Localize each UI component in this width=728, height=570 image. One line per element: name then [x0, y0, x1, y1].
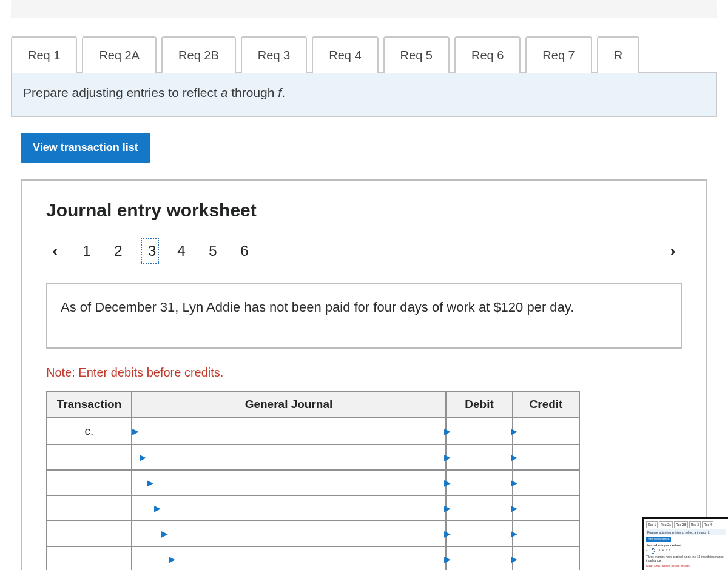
tab-req-1[interactable]: Req 1: [11, 36, 77, 73]
tab-req-6[interactable]: Req 6: [454, 36, 521, 73]
transaction-cell: [47, 470, 132, 495]
general-journal-cell[interactable]: ▶: [132, 418, 446, 444]
worksheet-title: Journal entry worksheet: [46, 200, 682, 221]
table-row: ▶▶▶: [47, 495, 579, 521]
view-transaction-list-button[interactable]: View transaction list: [21, 133, 150, 163]
general-journal-cell[interactable]: ▶: [132, 495, 446, 521]
debit-cell[interactable]: ▶: [446, 521, 513, 546]
thumb-page: 4: [662, 548, 664, 554]
table-row: ▶▶▶: [47, 470, 579, 495]
pager-page-3[interactable]: 3: [141, 238, 159, 264]
debit-cell[interactable]: ▶: [446, 546, 513, 570]
dropdown-arrow-icon[interactable]: ▶: [444, 445, 451, 469]
note-text: Note: Enter debits before credits.: [46, 366, 682, 380]
thumb-title: Journal entry worksheet: [646, 543, 726, 548]
journal-table: Transaction General Journal Debit Credit…: [46, 391, 580, 570]
thumb-page: 5: [666, 548, 667, 554]
transaction-cell: [47, 546, 132, 570]
credit-cell[interactable]: ▶: [513, 546, 579, 570]
tab-req-2a[interactable]: Req 2A: [82, 36, 157, 73]
thumb-page: 1: [649, 548, 651, 554]
transaction-cell: [47, 521, 132, 546]
dropdown-arrow-icon[interactable]: ▶: [511, 547, 517, 570]
debit-cell[interactable]: ▶: [446, 418, 513, 444]
col-debit: Debit: [446, 391, 513, 418]
table-row: ▶▶▶: [47, 521, 579, 546]
thumb-tab: Req 2A: [659, 521, 673, 528]
thumb-tab: Req 4: [702, 521, 713, 528]
credit-cell[interactable]: ▶: [513, 444, 579, 470]
dropdown-arrow-icon[interactable]: ▶: [444, 496, 451, 520]
thumb-page: 6: [669, 548, 671, 554]
tab-req-5[interactable]: Req 5: [383, 36, 450, 73]
dropdown-arrow-icon[interactable]: ▶: [169, 547, 175, 570]
thumb-view-btn: View transaction list: [646, 537, 671, 541]
top-header-bar: [11, 0, 717, 18]
tab-req-2b[interactable]: Req 2B: [161, 36, 236, 73]
dropdown-arrow-icon[interactable]: ▶: [511, 471, 517, 495]
instruction-text-mid: through: [228, 86, 278, 99]
scenario-text: As of December 31, Lyn Addie has not bee…: [46, 283, 682, 349]
dropdown-arrow-icon[interactable]: ▶: [154, 496, 161, 520]
dropdown-arrow-icon[interactable]: ▶: [444, 418, 451, 444]
dropdown-arrow-icon[interactable]: ▶: [511, 445, 517, 469]
instruction-em-a: a: [221, 86, 228, 99]
pager-page-2[interactable]: 2: [109, 243, 127, 260]
debit-cell[interactable]: ▶: [446, 470, 513, 495]
transaction-cell: [47, 444, 132, 470]
pager-page-4[interactable]: 4: [172, 243, 190, 260]
credit-cell[interactable]: ▶: [513, 470, 579, 495]
transaction-cell: [47, 495, 132, 521]
thumb-page: 3: [658, 548, 660, 554]
instruction-text-suffix: .: [281, 86, 285, 99]
req-tabs: Req 1 Req 2A Req 2B Req 3 Req 4 Req 5 Re…: [0, 18, 728, 72]
entry-pager: ‹ 1 2 3 4 5 6 ›: [46, 238, 682, 264]
pager-page-6[interactable]: 6: [235, 243, 254, 260]
debit-cell[interactable]: ▶: [446, 444, 513, 470]
dropdown-arrow-icon[interactable]: ▶: [444, 471, 451, 495]
dropdown-arrow-icon[interactable]: ▶: [511, 521, 517, 546]
tab-req-7[interactable]: Req 7: [525, 36, 592, 73]
col-credit: Credit: [513, 391, 579, 418]
transaction-cell: c.: [47, 418, 132, 444]
tab-req-overflow[interactable]: R: [597, 36, 639, 73]
dropdown-arrow-icon[interactable]: ▶: [147, 471, 153, 495]
dropdown-arrow-icon[interactable]: ▶: [511, 496, 517, 520]
thumb-page-current: 2: [652, 548, 656, 554]
tab-req-4[interactable]: Req 4: [312, 36, 378, 73]
instruction-panel: Prepare adjusting entries to reflect a t…: [11, 72, 717, 117]
general-journal-cell[interactable]: ▶: [132, 444, 446, 470]
pager-page-5[interactable]: 5: [204, 243, 222, 260]
table-row: ▶▶▶: [47, 444, 579, 470]
table-row: c.▶▶▶: [47, 418, 579, 444]
general-journal-cell[interactable]: ▶: [132, 521, 446, 546]
dropdown-arrow-icon[interactable]: ▶: [444, 521, 451, 546]
credit-cell[interactable]: ▶: [513, 418, 579, 444]
dropdown-arrow-icon[interactable]: ▶: [140, 445, 146, 469]
dropdown-arrow-icon[interactable]: ▶: [132, 418, 139, 444]
tab-req-3[interactable]: Req 3: [241, 36, 307, 73]
debit-cell[interactable]: ▶: [446, 495, 513, 521]
thumb-tab: Req 3: [689, 521, 701, 528]
chevron-left-icon[interactable]: ‹: [46, 241, 64, 261]
dropdown-arrow-icon[interactable]: ▶: [511, 418, 517, 444]
worksheet-card: Journal entry worksheet ‹ 1 2 3 4 5 6 › …: [21, 179, 707, 570]
col-transaction: Transaction: [47, 391, 132, 418]
dropdown-arrow-icon[interactable]: ▶: [161, 521, 168, 546]
table-row: ▶▶▶: [47, 546, 579, 570]
pager-page-1[interactable]: 1: [78, 243, 96, 260]
dropdown-arrow-icon[interactable]: ▶: [444, 547, 451, 570]
thumb-chev-left: ‹: [646, 548, 647, 554]
general-journal-cell[interactable]: ▶: [132, 470, 446, 495]
thumb-tab: Req 1: [646, 521, 658, 528]
general-journal-cell[interactable]: ▶: [132, 546, 446, 570]
credit-cell[interactable]: ▶: [513, 495, 579, 521]
credit-cell[interactable]: ▶: [513, 521, 579, 546]
thumb-scenario: Three months have expired since the 12-m…: [646, 555, 726, 563]
thumb-instruction: Prepare adjusting entries to reflect a t…: [646, 529, 726, 536]
chevron-right-icon[interactable]: ›: [664, 241, 682, 261]
instruction-text-prefix: Prepare adjusting entries to reflect: [23, 86, 221, 99]
thumb-note: Note: Enter debits before credits.: [646, 564, 726, 568]
col-general-journal: General Journal: [132, 391, 446, 418]
preview-thumbnail[interactable]: Req 1 Req 2A Req 2B Req 3 Req 4 Prepare …: [642, 517, 728, 570]
